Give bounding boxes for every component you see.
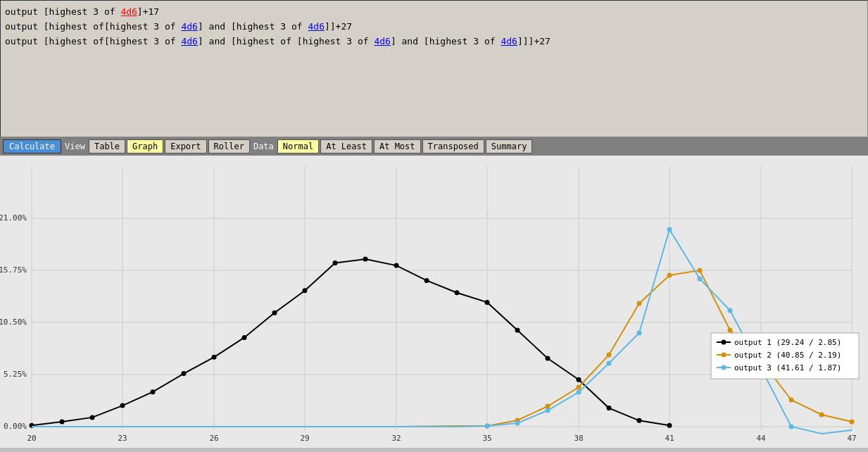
y-label-15: 15.75% xyxy=(0,265,27,275)
o3-dot xyxy=(698,277,703,282)
x-label-26: 26 xyxy=(209,434,218,443)
o1-dot xyxy=(546,356,551,361)
x-label-20: 20 xyxy=(27,434,36,443)
data-label: Data xyxy=(251,142,276,151)
x-label-44: 44 xyxy=(756,434,766,443)
x-label-23: 23 xyxy=(118,434,127,443)
x-label-29: 29 xyxy=(300,434,309,443)
toolbar: Calculate View Table Graph Export Roller… xyxy=(0,137,868,156)
o1-dot xyxy=(212,355,217,360)
code-line-1: output [highest 3 of 4d6]+17 xyxy=(5,5,863,20)
o1-dot xyxy=(363,257,368,262)
o1-dot xyxy=(515,328,520,333)
o3-dot xyxy=(515,421,520,426)
tab-table[interactable]: Table xyxy=(89,139,125,153)
o1-dot xyxy=(607,406,612,410)
x-label-35: 35 xyxy=(482,434,491,443)
o3-dot xyxy=(485,424,490,429)
o1-dot xyxy=(242,335,247,340)
o2-dot xyxy=(667,273,672,278)
legend-dot-3 xyxy=(722,365,727,370)
legend-label-1: output 1 (29.24 / 2.85) xyxy=(734,338,841,347)
o1-dot xyxy=(90,415,95,420)
o3-dot xyxy=(607,361,612,366)
tab-graph[interactable]: Graph xyxy=(127,139,163,153)
tab-at-most[interactable]: At Most xyxy=(374,139,421,153)
legend-dot-1 xyxy=(722,340,727,345)
o2-dot xyxy=(698,268,703,273)
tab-normal[interactable]: Normal xyxy=(277,139,319,153)
o2-dot xyxy=(819,413,824,418)
calculate-button[interactable]: Calculate xyxy=(3,139,61,153)
x-label-32: 32 xyxy=(391,434,401,443)
tab-transposed[interactable]: Transposed xyxy=(422,139,484,153)
tab-at-least[interactable]: At Least xyxy=(320,139,372,153)
o1-dot xyxy=(485,300,490,305)
o1-dot xyxy=(637,418,642,423)
o2-dot xyxy=(637,301,642,306)
o2-dot xyxy=(789,398,794,403)
o1-dot xyxy=(120,403,125,408)
legend-dot-2 xyxy=(722,353,727,358)
o1-dot xyxy=(667,423,672,428)
x-label-47: 47 xyxy=(847,434,856,443)
y-label-10: 10.50% xyxy=(0,318,27,327)
legend-label-2: output 2 (40.85 / 2.19) xyxy=(734,351,841,360)
o1-dot xyxy=(303,288,308,293)
svg-rect-0 xyxy=(0,156,868,448)
y-label-5: 5.25% xyxy=(4,370,27,379)
o1-dot xyxy=(455,290,460,295)
o1-dot xyxy=(272,310,277,315)
tab-summary[interactable]: Summary xyxy=(486,139,533,153)
x-label-38: 38 xyxy=(574,434,583,443)
o1-dot xyxy=(394,263,399,268)
chart-area: 21.00% 15.75% 10.50% 5.25% 0.00% 20 23 2… xyxy=(0,156,868,448)
tab-roller[interactable]: Roller xyxy=(208,139,250,153)
o3-dot xyxy=(546,408,551,413)
o2-dot xyxy=(607,353,612,358)
o2-dot xyxy=(546,404,551,409)
o3-dot xyxy=(667,227,672,232)
code-line-3: output [highest of[highest 3 of 4d6] and… xyxy=(5,34,863,49)
o2-dot xyxy=(850,420,855,425)
o1-dot xyxy=(424,278,429,283)
x-label-41: 41 xyxy=(665,434,674,443)
y-label-0: 0.00% xyxy=(4,422,27,431)
y-label-21: 21.00% xyxy=(0,213,27,222)
o3-dot xyxy=(789,425,794,429)
o3-dot xyxy=(577,390,581,395)
legend-label-3: output 3 (41.61 / 1.87) xyxy=(734,363,841,372)
code-editor[interactable]: output [highest 3 of 4d6]+17 output [hig… xyxy=(0,0,868,137)
o2-dot xyxy=(577,385,581,390)
o1-dot xyxy=(151,389,156,394)
o1-dot xyxy=(60,420,65,425)
o1-dot xyxy=(333,260,338,265)
tab-export[interactable]: Export xyxy=(165,139,206,153)
view-label: View xyxy=(63,142,87,151)
o2-dot xyxy=(728,328,733,333)
o1-dot xyxy=(182,371,187,376)
o3-dot xyxy=(637,331,642,336)
code-line-2: output [highest of[highest 3 of 4d6] and… xyxy=(5,20,863,34)
o1-dot xyxy=(577,377,581,382)
o3-dot xyxy=(728,308,733,313)
